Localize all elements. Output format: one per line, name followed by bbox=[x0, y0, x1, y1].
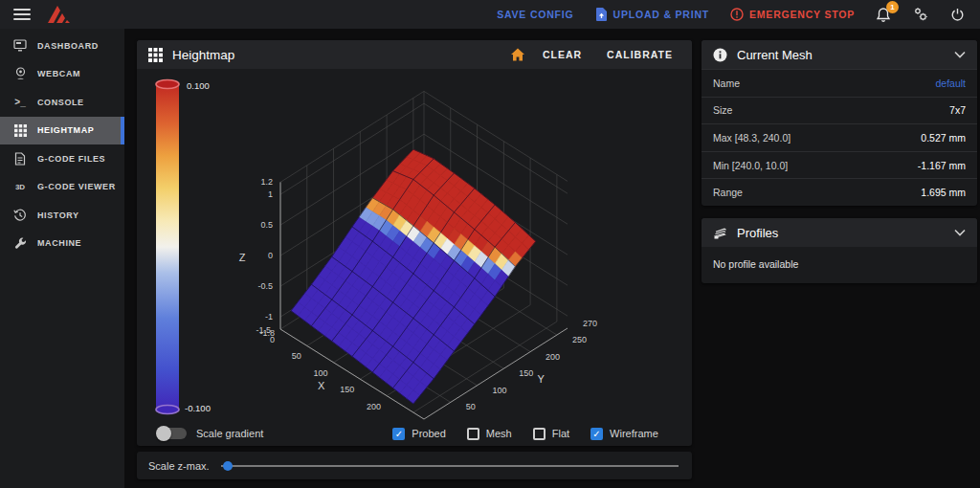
grid-icon bbox=[148, 48, 163, 62]
home-button[interactable] bbox=[510, 48, 525, 61]
gears-icon bbox=[912, 7, 929, 22]
sidebar-item-label: MACHINE bbox=[37, 238, 81, 248]
chevron-down-icon[interactable] bbox=[954, 51, 966, 58]
sidebar-item-label: HEIGHTMAP bbox=[37, 125, 94, 135]
console-icon: >_ bbox=[12, 97, 28, 107]
notifications-button[interactable]: 1 bbox=[876, 7, 891, 23]
svg-text:200: 200 bbox=[367, 402, 381, 411]
sidebar-item-gcode-viewer[interactable]: 3D G-CODE VIEWER bbox=[0, 173, 124, 202]
current-mesh-header[interactable]: Current Mesh bbox=[702, 40, 977, 69]
checkbox-box: ✓ bbox=[467, 428, 479, 440]
svg-text:0.5: 0.5 bbox=[260, 220, 273, 230]
svg-text:1: 1 bbox=[268, 189, 273, 199]
checkbox-wireframe[interactable]: ✓ Wireframe bbox=[590, 428, 658, 440]
svg-text:X: X bbox=[318, 380, 325, 391]
chevron-down-icon[interactable] bbox=[954, 229, 966, 236]
mesh-row-value: 0.527 mm bbox=[921, 132, 966, 144]
mesh-row-range: Range 1.695 mm bbox=[702, 178, 977, 206]
checkbox-label: Mesh bbox=[486, 428, 512, 439]
svg-text:1.2: 1.2 bbox=[260, 177, 273, 187]
checkbox-mesh[interactable]: ✓ Mesh bbox=[467, 428, 512, 440]
svg-text:-0.5: -0.5 bbox=[257, 281, 273, 291]
sidebar-item-label: DASHBOARD bbox=[37, 41, 99, 51]
checkbox-probed[interactable]: ✓ Probed bbox=[392, 428, 445, 440]
calibrate-button[interactable]: CALIBRATE bbox=[599, 43, 680, 66]
svg-text:100: 100 bbox=[314, 368, 328, 378]
slider-track bbox=[221, 465, 679, 467]
toggle-track bbox=[158, 428, 187, 439]
mesh-row-max: Max [48.3, 240.0] 0.527 mm bbox=[702, 123, 977, 151]
mesh-row-value: 7x7 bbox=[949, 104, 966, 116]
mesh-row-label: Name bbox=[713, 78, 740, 89]
menu-icon[interactable] bbox=[13, 9, 31, 20]
clear-button[interactable]: CLEAR bbox=[535, 43, 590, 66]
save-config-button[interactable]: SAVE CONFIG bbox=[497, 9, 573, 20]
svg-text:250: 250 bbox=[572, 335, 587, 344]
slider-thumb[interactable] bbox=[223, 461, 233, 471]
sidebar-item-machine[interactable]: MACHINE bbox=[0, 230, 124, 258]
svg-text:Z: Z bbox=[239, 252, 246, 263]
sidebar-item-label: G-CODE FILES bbox=[37, 154, 105, 164]
svg-text:-1: -1 bbox=[265, 312, 273, 322]
sidebar-item-label: CONSOLE bbox=[37, 98, 84, 107]
svg-text:0.100: 0.100 bbox=[187, 80, 210, 91]
current-mesh-panel: Current Mesh Name default Size 7x7 Max [… bbox=[702, 40, 977, 206]
checkbox-label: Wireframe bbox=[610, 428, 658, 439]
settings-button[interactable] bbox=[912, 7, 929, 22]
checkbox-label: Probed bbox=[412, 428, 445, 439]
mesh-row-size: Size 7x7 bbox=[702, 97, 977, 124]
profiles-empty-text: No profile available bbox=[702, 247, 977, 283]
panel-title: Heightmap bbox=[172, 48, 234, 62]
sidebar-item-gcode-files[interactable]: G-CODE FILES bbox=[0, 144, 124, 173]
mesh-row-value: -1.167 mm bbox=[918, 160, 966, 171]
color-legend: 0.100-0.100 bbox=[156, 80, 211, 414]
toggle-knob bbox=[156, 426, 171, 441]
sidebar-item-label: G-CODE VIEWER bbox=[37, 182, 116, 191]
sidebar-item-label: HISTORY bbox=[37, 211, 79, 220]
mesh-row-label: Max [48.3, 240.0] bbox=[713, 132, 791, 144]
svg-text:150: 150 bbox=[519, 368, 533, 378]
logo-icon bbox=[46, 4, 75, 25]
3d-viewer-icon: 3D bbox=[12, 183, 28, 191]
heightmap-3d-viewport[interactable]: 1.210.50-0.5-1-1.5-1.8050100150200501001… bbox=[137, 69, 692, 421]
power-button[interactable] bbox=[950, 8, 965, 22]
heightmap-controls: Scale gradient ✓ Probed ✓ Mesh ✓ Flat ✓ … bbox=[137, 421, 692, 446]
svg-text:-0.100: -0.100 bbox=[185, 403, 211, 413]
checkbox-box: ✓ bbox=[590, 428, 603, 440]
mesh-name-link[interactable]: default bbox=[935, 78, 966, 89]
grid-icon bbox=[12, 124, 28, 137]
checkbox-label: Flat bbox=[552, 428, 569, 439]
sidebar-item-dashboard[interactable]: DASHBOARD bbox=[0, 32, 124, 60]
mesh-row-label: Range bbox=[713, 187, 743, 198]
sidebar-item-heightmap[interactable]: HEIGHTMAP bbox=[0, 117, 124, 145]
checkbox-flat[interactable]: ✓ Flat bbox=[533, 428, 569, 440]
profiles-panel: Profiles No profile available bbox=[702, 218, 977, 283]
svg-text:270: 270 bbox=[583, 319, 597, 328]
svg-text:0: 0 bbox=[268, 251, 273, 260]
mesh-row-label: Size bbox=[713, 104, 732, 116]
sidebar-item-history[interactable]: HISTORY bbox=[0, 201, 124, 230]
checkbox-box: ✓ bbox=[392, 428, 405, 440]
heightmap-panel: Heightmap CLEAR CALIBRATE 1.210.50-0.5-1… bbox=[137, 40, 692, 446]
emergency-stop-label: EMERGENCY STOP bbox=[749, 9, 855, 20]
svg-text:50: 50 bbox=[292, 351, 301, 361]
svg-text:Y: Y bbox=[538, 373, 546, 385]
scale-gradient-toggle[interactable]: Scale gradient bbox=[158, 428, 263, 439]
scale-zmax-slider[interactable] bbox=[221, 459, 680, 473]
upload-print-label: UPLOAD & PRINT bbox=[613, 9, 709, 20]
brand-logo[interactable] bbox=[46, 4, 75, 25]
panel-title: Profiles bbox=[737, 226, 778, 240]
profiles-header[interactable]: Profiles bbox=[702, 218, 977, 247]
sidebar-item-console[interactable]: >_ CONSOLE bbox=[0, 88, 124, 117]
notification-badge: 1 bbox=[886, 1, 899, 13]
sidebar: DASHBOARD WEBCAM >_ CONSOLE HEIGHTMAP G-… bbox=[0, 29, 124, 488]
heightmap-panel-header: Heightmap CLEAR CALIBRATE bbox=[137, 40, 692, 69]
emergency-stop-button[interactable]: EMERGENCY STOP bbox=[730, 8, 855, 21]
mesh-row-name: Name default bbox=[702, 69, 977, 97]
warning-circle-icon bbox=[730, 8, 744, 21]
wrench-icon bbox=[12, 237, 28, 250]
upload-print-button[interactable]: UPLOAD & PRINT bbox=[595, 8, 709, 21]
upload-file-icon bbox=[595, 8, 608, 21]
sidebar-item-webcam[interactable]: WEBCAM bbox=[0, 60, 124, 89]
mesh-row-value: 1.695 mm bbox=[921, 187, 966, 198]
